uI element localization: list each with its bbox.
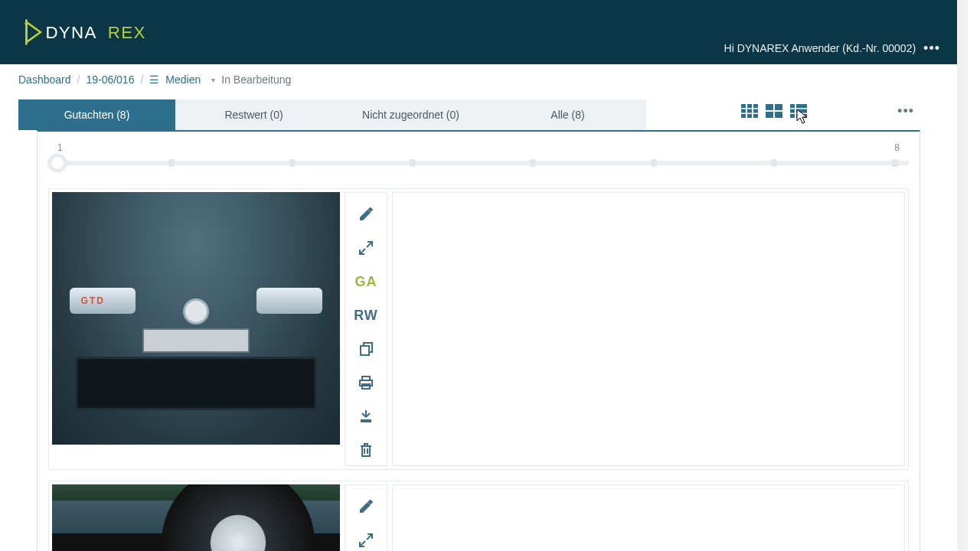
scroll-up-icon[interactable]: ▴ xyxy=(957,0,968,11)
copy-icon[interactable] xyxy=(345,334,387,364)
breadcrumb-dashboard[interactable]: Dashboard xyxy=(18,73,71,86)
expand-icon[interactable] xyxy=(345,525,387,551)
user-info: Hi DYNAREX Anwender (Kd.-Nr. 00002) ••• xyxy=(724,41,940,55)
ga-tag-button[interactable]: GA xyxy=(345,266,387,297)
svg-rect-6 xyxy=(741,109,746,113)
slider-track[interactable] xyxy=(48,161,909,165)
vertical-scrollbar[interactable]: ▴ ▾ xyxy=(957,0,968,551)
svg-rect-17 xyxy=(796,104,807,108)
svg-text:REX: REX xyxy=(108,23,146,42)
svg-rect-10 xyxy=(747,114,752,118)
media-panel: 1 8 GTD xyxy=(37,130,920,551)
tab-nicht-zugeordnet[interactable]: Nicht zugeordnet (0) xyxy=(332,99,489,130)
breadcrumb-sep: / xyxy=(77,73,80,86)
svg-rect-7 xyxy=(747,109,752,113)
breadcrumb: Dashboard / 19-06/016 / ☰ Medien ▾ In Be… xyxy=(18,73,939,86)
app-header: DYNA REX Hi DYNAREX Anwender (Kd.-Nr. 00… xyxy=(0,0,957,64)
slider-max-label: 8 xyxy=(894,142,900,153)
slider-min-label: 1 xyxy=(57,142,63,153)
media-notes-area[interactable] xyxy=(392,192,905,466)
svg-rect-8 xyxy=(753,109,758,113)
tab-gutachten[interactable]: Gutachten (8) xyxy=(18,99,175,130)
svg-rect-3 xyxy=(741,104,746,108)
svg-rect-14 xyxy=(766,112,773,118)
svg-rect-12 xyxy=(766,104,773,110)
svg-rect-13 xyxy=(775,104,782,110)
svg-rect-5 xyxy=(753,104,758,108)
svg-text:DYNA: DYNA xyxy=(45,23,96,42)
grid-large-icon[interactable] xyxy=(764,103,784,119)
download-icon[interactable] xyxy=(345,401,387,432)
tab-alle[interactable]: Alle (8) xyxy=(489,99,646,130)
print-icon[interactable] xyxy=(345,367,387,398)
breadcrumb-case[interactable]: 19-06/016 xyxy=(86,73,134,86)
svg-rect-23 xyxy=(361,346,369,355)
media-notes-area[interactable] xyxy=(392,484,905,551)
svg-rect-20 xyxy=(790,114,795,118)
svg-rect-18 xyxy=(790,109,795,113)
brand-logo: DYNA REX xyxy=(18,0,179,64)
media-card: GA xyxy=(48,481,909,551)
more-actions-icon[interactable]: ••• xyxy=(897,103,914,119)
media-card: GTD GA RW xyxy=(48,188,909,470)
media-toolbar: GA xyxy=(345,484,387,551)
svg-rect-11 xyxy=(753,114,758,118)
grid-small-icon[interactable] xyxy=(740,103,760,119)
media-thumbnail[interactable]: GTD xyxy=(52,192,340,445)
list-view-icon[interactable] xyxy=(789,103,808,119)
tab-bar: Gutachten (8) Restwert (0) Nicht zugeord… xyxy=(18,99,939,130)
logo-icon: DYNA REX xyxy=(18,17,179,47)
breadcrumb-medien[interactable]: Medien xyxy=(165,73,201,86)
tab-restwert[interactable]: Restwert (0) xyxy=(175,99,332,130)
scroll-down-icon[interactable]: ▾ xyxy=(957,540,968,551)
breadcrumb-status: In Bearbeitung xyxy=(221,73,291,86)
media-toolbar: GA RW xyxy=(345,192,387,466)
expand-icon[interactable] xyxy=(345,233,387,263)
svg-rect-16 xyxy=(790,104,795,108)
svg-rect-4 xyxy=(747,104,752,108)
media-thumbnail[interactable] xyxy=(52,484,340,551)
chevron-down-icon: ▾ xyxy=(211,76,215,84)
user-menu-icon[interactable]: ••• xyxy=(923,41,940,55)
trash-icon[interactable] xyxy=(345,435,387,465)
svg-rect-15 xyxy=(775,112,782,118)
user-greeting: Hi DYNAREX Anwender (Kd.-Nr. 00002) xyxy=(724,42,916,54)
image-slider[interactable]: 1 8 xyxy=(48,142,909,178)
edit-icon[interactable] xyxy=(345,491,387,522)
slider-thumb[interactable] xyxy=(48,154,67,172)
svg-rect-27 xyxy=(361,419,371,422)
edit-icon[interactable] xyxy=(345,199,387,230)
svg-rect-19 xyxy=(796,109,807,113)
view-toggle-group: ••• xyxy=(740,103,914,119)
svg-rect-21 xyxy=(796,114,807,118)
svg-rect-9 xyxy=(741,114,746,118)
rw-tag-button[interactable]: RW xyxy=(345,300,387,331)
breadcrumb-sep: / xyxy=(140,73,143,86)
list-icon: ☰ xyxy=(149,73,159,86)
